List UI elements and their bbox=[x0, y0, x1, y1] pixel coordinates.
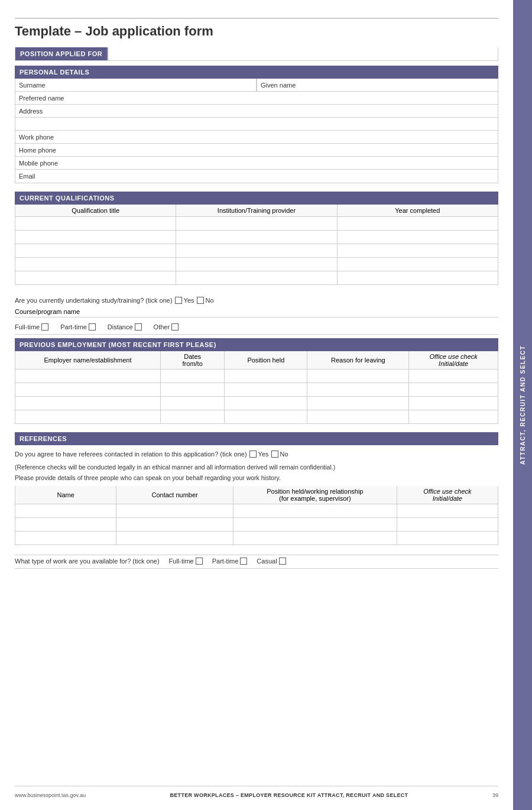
address-blank-row bbox=[15, 118, 498, 131]
ref-data-row-1 bbox=[15, 504, 498, 518]
ref-yes-checkbox[interactable] bbox=[249, 451, 257, 458]
other-item: Other bbox=[154, 323, 179, 331]
preferred-name-label: Preferred name bbox=[15, 92, 498, 104]
no-checkbox[interactable] bbox=[197, 297, 204, 304]
references-agree-row: Do you agree to have referees contacted … bbox=[15, 445, 498, 486]
qual-data-row-1 bbox=[15, 217, 498, 231]
ref-col4-header: Office use check Initial/date bbox=[397, 486, 498, 504]
mobile-phone-row: Mobile phone bbox=[15, 157, 498, 170]
qual-header-row: Qualification title Institution/Training… bbox=[15, 205, 498, 217]
work-phone-label: Work phone bbox=[15, 131, 498, 143]
ref-col1-header: Name bbox=[15, 486, 116, 504]
work-casual-checkbox[interactable] bbox=[279, 558, 286, 565]
surname-label: Surname bbox=[15, 79, 257, 91]
ref-no-item: No bbox=[271, 451, 288, 458]
position-value bbox=[107, 47, 498, 60]
fulltime-label: Full-time bbox=[15, 323, 40, 331]
work-fulltime-label: Full-time bbox=[169, 558, 194, 565]
email-label: Email bbox=[15, 170, 498, 183]
home-phone-row: Home phone bbox=[15, 144, 498, 157]
ref-col2-header: Contact number bbox=[116, 486, 233, 504]
no-label: No bbox=[206, 297, 214, 304]
emp-data-row-3 bbox=[15, 397, 498, 410]
employment-header: PREVIOUS EMPLOYMENT (MOST RECENT FIRST P… bbox=[15, 338, 498, 351]
distance-label: Distance bbox=[108, 323, 133, 331]
personal-header: PERSONAL DETAILS bbox=[15, 66, 498, 79]
ref-header-row: Name Contact number Position held/workin… bbox=[15, 486, 498, 504]
yes-checkbox-item: Yes bbox=[175, 297, 194, 304]
ref-data-row-2 bbox=[15, 518, 498, 532]
work-parttime-item: Part-time bbox=[212, 558, 248, 565]
main-content: Template – Job application form POSITION… bbox=[0, 0, 513, 810]
personal-fields: Surname Given name Preferred name Addres… bbox=[15, 79, 498, 183]
study-question-row: Are you currently undertaking study/trai… bbox=[15, 294, 498, 306]
emp-data-row-2 bbox=[15, 383, 498, 397]
work-type-row: What type of work are you available for?… bbox=[15, 555, 498, 569]
other-label: Other bbox=[154, 323, 170, 331]
references-table: Name Contact number Position held/workin… bbox=[15, 486, 498, 545]
qual-data-row-2 bbox=[15, 231, 498, 244]
study-question-text: Are you currently undertaking study/trai… bbox=[15, 297, 173, 304]
mobile-phone-label: Mobile phone bbox=[15, 157, 498, 169]
footer-left: www.businesspoint.tas.gov.au bbox=[15, 792, 86, 798]
emp-col5-header: Office use check Initial/date bbox=[409, 351, 498, 369]
given-name-label: Given name bbox=[257, 79, 498, 91]
emp-data-row-4 bbox=[15, 410, 498, 423]
yes-label: Yes bbox=[184, 297, 194, 304]
position-section: POSITION APPLIED FOR bbox=[15, 47, 498, 61]
preferred-name-row: Preferred name bbox=[15, 92, 498, 105]
page-title: Template – Job application form bbox=[15, 24, 498, 39]
footer-center: BETTER WORKPLACES – EMPLOYER RESOURCE KI… bbox=[170, 792, 408, 798]
course-program-label: Course/program name bbox=[15, 308, 80, 315]
footer-page-number: 39 bbox=[492, 792, 498, 798]
ref-data-row-3 bbox=[15, 532, 498, 545]
sidebar-tab: ATTRACT, RECRUIT AND SELECT bbox=[513, 0, 532, 810]
qual-data-row-5 bbox=[15, 271, 498, 284]
ref-no-checkbox[interactable] bbox=[271, 451, 278, 458]
address-row: Address bbox=[15, 105, 498, 118]
other-checkbox[interactable] bbox=[171, 323, 179, 331]
yes-checkbox[interactable] bbox=[175, 297, 182, 304]
course-program-row: Course/program name bbox=[15, 306, 498, 317]
ref-yes-item: Yes bbox=[249, 451, 269, 458]
distance-item: Distance bbox=[108, 323, 142, 331]
position-header: POSITION APPLIED FOR bbox=[15, 47, 107, 60]
emp-col2-header: Dates from/to bbox=[161, 351, 225, 369]
qual-col2-header: Institution/Training provider bbox=[176, 205, 337, 216]
emp-header-row: Employer name/establishment Dates from/t… bbox=[15, 351, 498, 370]
qual-data-row-4 bbox=[15, 258, 498, 271]
footer: www.businesspoint.tas.gov.au BETTER WORK… bbox=[15, 786, 498, 798]
work-parttime-label: Part-time bbox=[212, 558, 239, 565]
no-checkbox-item: No bbox=[197, 297, 214, 304]
study-type-row: Full-time Part-time Distance Other bbox=[15, 321, 498, 335]
work-type-question: What type of work are you available for?… bbox=[15, 558, 160, 565]
work-fulltime-checkbox[interactable] bbox=[196, 558, 203, 565]
agree-question-text: Do you agree to have referees contacted … bbox=[15, 451, 247, 458]
qualifications-table: Qualification title Institution/Training… bbox=[15, 205, 498, 285]
ref-no-label: No bbox=[280, 451, 288, 458]
work-casual-label: Casual bbox=[257, 558, 277, 565]
page-wrapper: Template – Job application form POSITION… bbox=[0, 0, 532, 810]
ref-note1: (Reference checks will be conducted lega… bbox=[15, 463, 498, 472]
emp-data-row-1 bbox=[15, 370, 498, 383]
parttime-label: Part-time bbox=[60, 323, 87, 331]
ref-col3-header: Position held/working relationship (for … bbox=[233, 486, 397, 504]
distance-checkbox[interactable] bbox=[135, 323, 142, 331]
work-parttime-checkbox[interactable] bbox=[240, 558, 247, 565]
references-header: REFERENCES bbox=[15, 432, 498, 445]
emp-col1-header: Employer name/establishment bbox=[15, 351, 161, 369]
surname-row: Surname Given name bbox=[15, 79, 498, 92]
fulltime-checkbox[interactable] bbox=[41, 323, 48, 331]
emp-col4-header: Reason for leaving bbox=[307, 351, 409, 369]
parttime-checkbox[interactable] bbox=[89, 323, 96, 331]
work-fulltime-item: Full-time bbox=[169, 558, 203, 565]
employment-table: Employer name/establishment Dates from/t… bbox=[15, 351, 498, 424]
work-phone-row: Work phone bbox=[15, 131, 498, 144]
emp-col3-header: Position held bbox=[225, 351, 307, 369]
ref-yes-label: Yes bbox=[258, 451, 269, 458]
qualifications-header: CURRENT QUALIFICATIONS bbox=[15, 192, 498, 205]
parttime-item: Part-time bbox=[60, 323, 96, 331]
address-label: Address bbox=[15, 105, 498, 117]
home-phone-label: Home phone bbox=[15, 144, 498, 156]
email-row: Email bbox=[15, 170, 498, 183]
